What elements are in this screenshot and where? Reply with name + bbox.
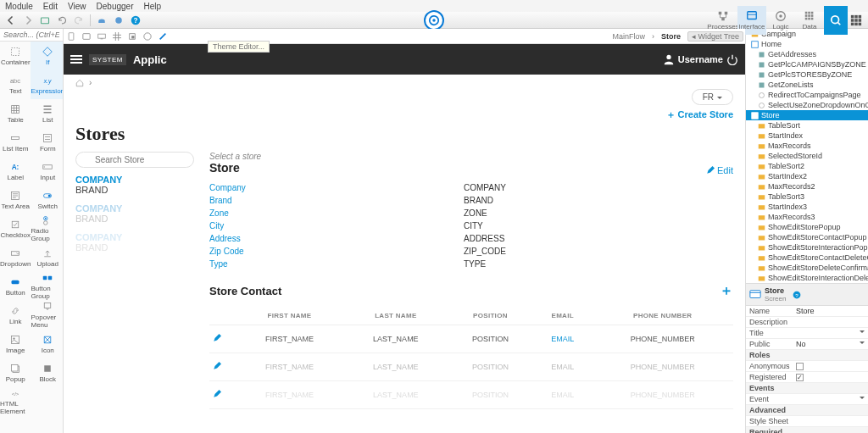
palette-upload[interactable]: Upload: [31, 243, 64, 272]
registered-checkbox[interactable]: [796, 374, 804, 381]
tree-item[interactable]: StartIndex: [746, 130, 868, 141]
palette-table[interactable]: Table: [0, 99, 31, 128]
info-icon[interactable]: ?: [793, 291, 801, 299]
app-user[interactable]: Username: [663, 53, 738, 65]
table-row[interactable]: FIRST_NAMELAST_NAMEPOSITIONEMAILPHONE_NU…: [209, 353, 733, 381]
tree-item[interactable]: ShowEditStoreDeleteConfirmationPopup: [746, 263, 868, 273]
edit-row-icon[interactable]: [213, 362, 221, 370]
debug-icon[interactable]: [111, 13, 126, 28]
apps-icon[interactable]: [848, 6, 865, 35]
palette-icon[interactable]: Icon: [31, 330, 64, 358]
redo-icon[interactable]: [71, 13, 86, 28]
tree-item[interactable]: GetZoneLists: [746, 80, 868, 90]
tree-item[interactable]: MaxRecords3: [746, 212, 868, 222]
tree-item[interactable]: ShowEditStoreContactDeleteConfirmationI: [746, 253, 868, 263]
tree-item[interactable]: ShowEditStorePopup: [746, 222, 868, 232]
palette-form[interactable]: Form: [31, 128, 64, 157]
palette-button[interactable]: Button: [0, 272, 31, 301]
device-phone-icon[interactable]: [65, 32, 77, 41]
field-label: Zone: [209, 208, 464, 218]
help-icon[interactable]: ?: [128, 13, 143, 28]
palette-radiogroup[interactable]: Radio Group: [31, 214, 64, 243]
tree-item[interactable]: TableSort3: [746, 192, 868, 202]
company-item[interactable]: COMPANY BRAND: [75, 175, 194, 195]
company-item[interactable]: COMPANY BRAND: [75, 232, 194, 253]
menu-module[interactable]: Module: [5, 2, 33, 11]
add-contact-button[interactable]: ＋: [720, 282, 733, 300]
breadcrumb-flow[interactable]: MainFlow: [609, 32, 648, 41]
undo-icon[interactable]: [54, 13, 70, 28]
home-icon[interactable]: [75, 79, 84, 87]
tree-item[interactable]: TableSort2: [746, 161, 868, 171]
forward-icon[interactable]: [20, 13, 36, 28]
tree-item[interactable]: ShowEditStoreContactPopup: [746, 232, 868, 242]
palette-text[interactable]: abcText: [0, 70, 31, 99]
edit-row-icon[interactable]: [213, 390, 221, 398]
menu-view[interactable]: View: [68, 2, 86, 11]
palette-listitem[interactable]: List Item: [0, 128, 31, 157]
theme-editor-icon[interactable]: [157, 32, 169, 41]
tree-item[interactable]: StartIndex3: [746, 202, 868, 212]
menu-help[interactable]: Help: [143, 2, 161, 11]
company-item[interactable]: COMPANY BRAND: [75, 203, 194, 224]
edit-link[interactable]: Edit: [706, 165, 733, 175]
tree-item[interactable]: TableSort: [746, 120, 868, 130]
menu-debugger[interactable]: Debugger: [97, 2, 134, 11]
create-store-button[interactable]: ＋ Create Store: [666, 108, 733, 121]
element-tree[interactable]: CampaignHomeGetAddressesGetPlcCAMPAIGNSB…: [746, 29, 868, 283]
tree-item[interactable]: ShowEditStoreInteractionPopup: [746, 242, 868, 253]
palette-dropdown[interactable]: Dropdown: [0, 243, 31, 272]
tree-item[interactable]: ShowEditStoreInteractionDeleteConfirma: [746, 273, 868, 283]
tree-item[interactable]: SelectedStoreId: [746, 151, 868, 161]
palette-expression[interactable]: x.yExpression: [31, 70, 64, 99]
palette-popup[interactable]: Popup: [0, 358, 31, 387]
device-desktop-icon[interactable]: [96, 32, 108, 41]
tab-logic[interactable]: Logic: [766, 6, 795, 35]
palette-textarea[interactable]: Text Area: [0, 186, 31, 214]
tree-item[interactable]: RedirectToCampaignsPage: [746, 90, 868, 100]
palette-if[interactable]: If: [31, 42, 64, 70]
table-row[interactable]: FIRST_NAMELAST_NAMEPOSITIONEMAILPHONE_NU…: [209, 381, 733, 409]
breadcrumb-screen[interactable]: Store: [658, 32, 684, 41]
widget-tree-toggle[interactable]: ◂ Widget Tree: [687, 31, 743, 42]
global-search-icon[interactable]: [824, 6, 848, 35]
tree-item[interactable]: SelectUseZoneDropdownOnChange: [746, 100, 868, 110]
tree-item[interactable]: MaxRecords: [746, 141, 868, 151]
palette-list[interactable]: List: [31, 99, 64, 128]
menu-edit[interactable]: Edit: [43, 2, 58, 11]
palette-link[interactable]: Link: [0, 301, 31, 330]
palette-popover[interactable]: Popover Menu: [31, 301, 64, 330]
table-row[interactable]: FIRST_NAMELAST_NAMEPOSITIONEMAILPHONE_NU…: [209, 325, 733, 353]
language-select[interactable]: FR: [692, 89, 733, 105]
hamburger-icon[interactable]: [70, 55, 82, 64]
palette-switch[interactable]: Switch: [31, 186, 64, 214]
tab-data[interactable]: Data: [795, 6, 824, 35]
store-search-input[interactable]: [75, 152, 194, 168]
palette-checkbox[interactable]: Checkbox: [0, 214, 31, 243]
palette-image[interactable]: Image: [0, 330, 31, 358]
palette-input[interactable]: Input: [31, 157, 64, 186]
palette-search-input[interactable]: [0, 29, 63, 42]
palette-container[interactable]: Container: [0, 42, 31, 70]
palette-label[interactable]: A:Label: [0, 157, 31, 186]
back-icon[interactable]: [3, 13, 19, 28]
grid-toggle-icon[interactable]: [111, 32, 123, 41]
tree-item[interactable]: Home: [746, 39, 868, 49]
tree-item[interactable]: GetPlcCAMPAIGNSByZONE: [746, 59, 868, 69]
tree-item[interactable]: GetPlcSTORESByZONE: [746, 69, 868, 80]
styles-icon[interactable]: [142, 32, 153, 41]
widget-tree-icon[interactable]: [126, 32, 138, 41]
module-open-icon[interactable]: [37, 13, 53, 28]
publish-icon[interactable]: [94, 13, 109, 28]
palette-htmlel[interactable]: </>HTML Element: [0, 387, 31, 416]
palette-block[interactable]: Block: [31, 358, 64, 387]
logout-icon[interactable]: [726, 53, 738, 65]
palette-buttongroup[interactable]: Button Group: [31, 272, 64, 301]
device-tablet-icon[interactable]: [81, 32, 92, 41]
tree-item[interactable]: Store: [746, 110, 868, 120]
tree-item[interactable]: StartIndex2: [746, 171, 868, 181]
edit-row-icon[interactable]: [213, 334, 221, 342]
tree-item[interactable]: MaxRecords2: [746, 181, 868, 192]
tree-item[interactable]: GetAddresses: [746, 49, 868, 59]
anonymous-checkbox[interactable]: [796, 363, 804, 370]
